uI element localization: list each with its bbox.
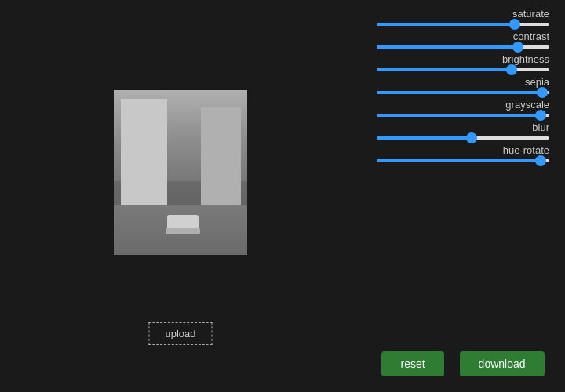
slider-track-hue-rotate[interactable] xyxy=(377,159,549,162)
slider-fill-grayscale xyxy=(377,114,541,117)
slider-fill-saturate xyxy=(377,23,515,26)
slider-thumb-sepia[interactable] xyxy=(537,87,548,98)
slider-track-grayscale[interactable] xyxy=(377,114,549,117)
right-panel: saturatecontrastbrightnesssepiagrayscale… xyxy=(361,0,565,392)
slider-row-sepia: sepia xyxy=(377,76,549,94)
slider-fill-hue-rotate xyxy=(377,159,541,162)
image-preview xyxy=(114,90,247,255)
slider-track-contrast[interactable] xyxy=(377,45,549,49)
slider-label-blur: blur xyxy=(377,122,549,133)
left-panel: upload xyxy=(0,0,361,392)
slider-fill-sepia xyxy=(377,91,542,94)
slider-row-blur: blur xyxy=(377,122,549,140)
car xyxy=(167,215,199,230)
slider-label-saturate: saturate xyxy=(377,8,549,20)
slider-label-grayscale: grayscale xyxy=(377,99,549,111)
slider-thumb-saturate[interactable] xyxy=(509,19,520,30)
slider-row-brightness: brightness xyxy=(377,53,549,71)
slider-label-brightness: brightness xyxy=(377,53,549,65)
slider-fill-brightness xyxy=(377,68,512,71)
download-button[interactable]: download xyxy=(460,351,545,376)
slider-track-brightness[interactable] xyxy=(377,68,549,71)
slider-row-saturate: saturate xyxy=(377,8,549,26)
building-left xyxy=(121,99,168,223)
upload-button[interactable]: upload xyxy=(148,322,212,345)
slider-thumb-brightness[interactable] xyxy=(506,64,517,75)
action-buttons: reset download xyxy=(377,351,549,384)
slider-track-saturate[interactable] xyxy=(377,23,549,26)
slider-label-sepia: sepia xyxy=(377,76,549,88)
slider-row-grayscale: grayscale xyxy=(377,99,549,117)
slider-track-sepia[interactable] xyxy=(377,91,549,94)
image-scene xyxy=(114,90,247,255)
slider-thumb-contrast[interactable] xyxy=(512,42,523,53)
slider-row-hue-rotate: hue-rotate xyxy=(377,144,549,162)
slider-row-contrast: contrast xyxy=(377,31,549,49)
slider-fill-contrast xyxy=(377,45,518,49)
slider-track-blur[interactable] xyxy=(377,136,549,140)
slider-thumb-blur[interactable] xyxy=(466,132,477,143)
building-right xyxy=(201,107,241,214)
reset-button[interactable]: reset xyxy=(381,351,443,376)
slider-fill-blur xyxy=(377,136,472,140)
slider-thumb-grayscale[interactable] xyxy=(535,110,546,121)
slider-label-hue-rotate: hue-rotate xyxy=(377,144,549,156)
slider-thumb-hue-rotate[interactable] xyxy=(535,155,546,166)
slider-label-contrast: contrast xyxy=(377,31,549,42)
